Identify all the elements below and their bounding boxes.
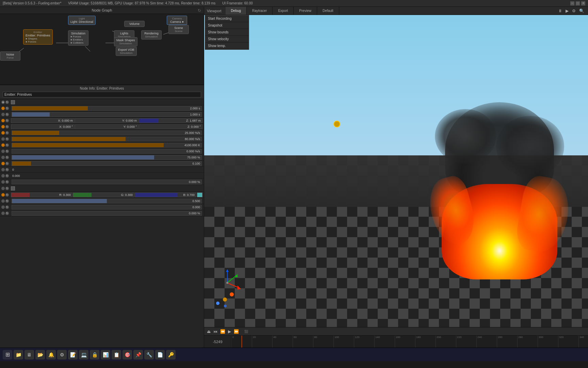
taskbar-icon-12[interactable]: 📌: [133, 350, 143, 359]
taskbar-icon-15[interactable]: 🔑: [166, 350, 176, 359]
prop-slider-18[interactable]: 0.000: [12, 205, 202, 210]
tl-play-button[interactable]: ▶: [228, 329, 231, 334]
prop-refresh-1[interactable]: ↻: [5, 101, 9, 104]
prop-dot-3a[interactable]: [1, 113, 5, 116]
prop-dot-8a[interactable]: [1, 143, 5, 147]
prop-triple-5-x[interactable]: X: 0.000 °: [11, 124, 75, 129]
prop-slider-8[interactable]: 4100.000 K: [12, 143, 202, 148]
taskbar-icon-13[interactable]: 🔧: [144, 350, 154, 359]
prop-slider-17[interactable]: 0.500: [12, 199, 202, 203]
maximize-button[interactable]: □: [576, 1, 580, 5]
prop-dot-4a[interactable]: [1, 119, 5, 122]
node-scene[interactable]: Scene Scene: [168, 25, 189, 34]
taskbar-icon-3[interactable]: 📂: [35, 350, 45, 359]
prop-refresh-19[interactable]: ↻: [5, 212, 9, 215]
taskbar-icon-1[interactable]: 📁: [14, 350, 23, 359]
prop-refresh-10[interactable]: ↻: [5, 156, 9, 159]
prop-slider-2[interactable]: 2.000 s: [12, 106, 202, 111]
taskbar-icon-0[interactable]: ⊞: [3, 350, 12, 359]
prop-refresh-6[interactable]: ↻: [5, 131, 9, 135]
prop-refresh-14[interactable]: ↻: [5, 180, 9, 184]
node-simulation[interactable]: Simulation ● Forces● Emitters● Colliders: [68, 30, 88, 46]
prop-refresh-9[interactable]: ↻: [5, 150, 9, 153]
taskbar-icon-11[interactable]: 🎯: [122, 350, 132, 359]
taskbar-icon-10[interactable]: 📋: [112, 350, 121, 359]
taskbar-icon-7[interactable]: 💻: [79, 350, 88, 359]
prop-slider-19[interactable]: 0.000 %: [12, 211, 202, 216]
taskbar-icon-4[interactable]: 🔔: [46, 350, 56, 359]
prop-dot-19a[interactable]: [1, 212, 5, 215]
close-button[interactable]: ✕: [581, 1, 585, 5]
prop-dot-13a[interactable]: [1, 174, 5, 178]
prop-refresh-11[interactable]: ↻: [5, 162, 9, 165]
debug-snapshot[interactable]: Snapshot: [205, 22, 249, 29]
prop-rgb-16-b[interactable]: B: 0.700: [135, 193, 196, 197]
timeline-track[interactable]: 0 20 40 60 80 100 120 140 160 180 200 22…: [231, 336, 588, 348]
prop-dot-5a[interactable]: [1, 125, 5, 128]
debug-show-temp[interactable]: Show temp.: [205, 43, 249, 49]
prop-dot-12a[interactable]: [1, 168, 5, 171]
node-noise[interactable]: Noise Force: [0, 51, 20, 61]
prop-color-square-15[interactable]: [11, 186, 15, 190]
taskbar-icon-14[interactable]: 📄: [155, 350, 165, 359]
node-camera[interactable]: Camera Camera ●: [167, 16, 187, 25]
tl-next-button[interactable]: ⏩: [234, 329, 239, 334]
taskbar-icon-6[interactable]: 📝: [68, 350, 78, 359]
tab-export[interactable]: Export: [273, 7, 294, 15]
node-mask-shapes[interactable]: Mask Shapes Simulation: [114, 37, 137, 46]
tab-default[interactable]: Default: [317, 7, 339, 15]
prop-triple-4-x[interactable]: X: 0.000 m: [11, 118, 75, 123]
prop-refresh-8[interactable]: ↻: [5, 143, 9, 147]
timeline-frame-counter[interactable]: -5249: [204, 336, 231, 348]
prop-dot-6a[interactable]: [1, 131, 5, 135]
tl-record-button[interactable]: ⏏: [207, 329, 211, 334]
prop-dot-7a[interactable]: [1, 137, 5, 141]
prop-triple-5-y[interactable]: Y: 0.000 °: [75, 124, 138, 129]
prop-rgb-16-r[interactable]: R: 0.300: [11, 193, 72, 197]
prop-slider-11[interactable]: 0.100: [12, 161, 202, 166]
node-info-input[interactable]: [3, 92, 201, 97]
prop-slider-7[interactable]: 80.000 %/s: [12, 137, 202, 141]
prop-refresh-16[interactable]: ↻: [5, 193, 9, 197]
prop-refresh-17[interactable]: ↻: [5, 199, 9, 203]
prop-refresh-15[interactable]: ↻: [5, 187, 9, 190]
taskbar-icon-9[interactable]: 📊: [101, 350, 110, 359]
prop-dot-16a[interactable]: [1, 193, 5, 197]
node-export-vob[interactable]: Export VOB Simulation: [116, 47, 137, 56]
prop-dot-11a[interactable]: [1, 162, 5, 165]
prop-refresh-7[interactable]: ↻: [5, 137, 9, 141]
color-swatch-16[interactable]: [197, 193, 202, 197]
tl-back-button[interactable]: ⏪: [220, 329, 225, 334]
node-light[interactable]: Light Light: Directional: [68, 16, 96, 25]
taskbar-icon-5[interactable]: ⚙: [57, 350, 67, 359]
prop-refresh-13[interactable]: ↻: [5, 174, 9, 178]
tab-raytracer[interactable]: Raytracer: [247, 7, 273, 15]
debug-start-recording[interactable]: Start Recording: [205, 15, 249, 22]
prop-dot-15a[interactable]: [1, 187, 5, 190]
settings-button[interactable]: ⚙: [571, 9, 577, 13]
search-button[interactable]: 🔍: [578, 9, 585, 13]
prop-refresh-3[interactable]: ↻: [5, 113, 9, 116]
debug-show-velocity[interactable]: Show velocity: [205, 36, 249, 43]
pause-button[interactable]: ⏸: [557, 9, 563, 13]
taskbar-icon-8[interactable]: 🔒: [90, 350, 99, 359]
tl-prev-button[interactable]: ⏮: [213, 329, 217, 334]
prop-dot-2a[interactable]: [1, 107, 5, 110]
prop-triple-4-z[interactable]: Z: 1.687 m: [139, 118, 202, 123]
play-button[interactable]: ▶: [565, 9, 570, 13]
node-emitter[interactable]: Emitter Emitter: Primitives ● Shapes● Fo…: [23, 29, 53, 45]
prop-color-square-1[interactable]: [11, 100, 15, 104]
prop-slider-14[interactable]: 0.000 %: [12, 180, 202, 184]
viewport-canvas[interactable]: [204, 15, 588, 327]
prop-refresh-18[interactable]: ↻: [5, 205, 9, 209]
prop-dot-9a[interactable]: [1, 150, 5, 153]
prop-refresh-12[interactable]: ↻: [5, 168, 9, 171]
tab-debug[interactable]: Debug: [226, 7, 247, 15]
prop-slider-10[interactable]: 75.000 %: [12, 155, 202, 160]
prop-dot-10a[interactable]: [1, 156, 5, 159]
node-volume[interactable]: Volume: [124, 21, 145, 27]
prop-triple-5-z[interactable]: Z: 0.000 °: [139, 124, 202, 129]
debug-show-bounds[interactable]: Show bounds: [205, 29, 249, 36]
tl-stop-button[interactable]: ⬛: [244, 330, 248, 333]
prop-dot-14a[interactable]: [1, 180, 5, 184]
